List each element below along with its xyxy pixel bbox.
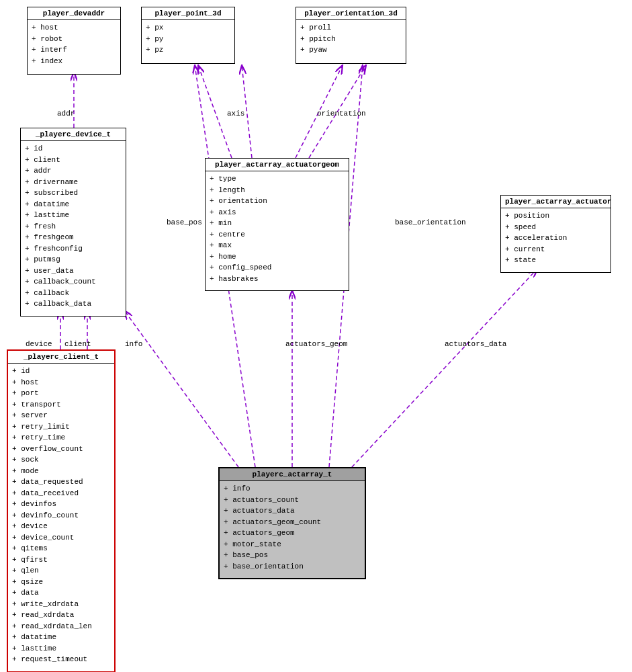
- axis-label: axis: [227, 110, 244, 118]
- field: + state: [505, 255, 606, 266]
- orientation-label: orientation: [317, 110, 366, 118]
- field: + actuators_geom_count: [224, 517, 361, 528]
- field: + position: [505, 210, 606, 222]
- diagram-container: player_devaddr + host + robot + interf +…: [0, 0, 632, 672]
- field: + pz: [146, 44, 230, 56]
- player-actarray-actuatorgeom-title: player_actarray_actuatorgeom: [206, 159, 349, 171]
- field: + subscribed: [25, 187, 122, 199]
- field: + device_count: [12, 532, 110, 544]
- field: + qlen: [12, 565, 110, 577]
- field: + devinfos: [12, 499, 110, 510]
- player-point-3d-box: player_point_3d + px + py + pz: [141, 7, 235, 64]
- playerc-device-t-box: _playerc_device_t + id + client + addr +…: [20, 128, 126, 317]
- base-orientation-label: base_orientation: [395, 218, 466, 226]
- player-actarray-actuator-title: player_actarray_actuator: [501, 196, 611, 208]
- field: + request_timeout: [12, 654, 110, 665]
- field: + pyaw: [300, 44, 402, 56]
- field: + base_orientation: [224, 561, 361, 573]
- field: + actuators_geom: [224, 528, 361, 539]
- playerc-client-t-box: _playerc_client_t + id + host + port + t…: [7, 349, 116, 672]
- playerc-actarray-t-title: playerc_actarray_t: [220, 468, 365, 481]
- field: + freshconfig: [25, 243, 122, 255]
- playerc-client-t-body: + id + host + port + transport + server …: [8, 364, 114, 667]
- field: + freshgeom: [25, 232, 122, 243]
- info-label: info: [125, 340, 142, 348]
- playerc-client-t-title: _playerc_client_t: [8, 351, 114, 364]
- field: + proll: [300, 22, 402, 34]
- field: + port: [12, 388, 110, 399]
- field: + ppitch: [300, 34, 402, 45]
- field: + qsize: [12, 577, 110, 588]
- field: + type: [210, 173, 345, 185]
- device-label: device: [26, 340, 52, 348]
- field: + id: [12, 366, 110, 377]
- field: + callback_data: [25, 298, 122, 310]
- svg-line-11: [124, 310, 238, 467]
- actuators-data-label: actuators_data: [445, 340, 506, 348]
- field: + server: [12, 410, 110, 421]
- playerc-actarray-t-box: playerc_actarray_t + info + actuators_co…: [218, 467, 366, 579]
- field: + base_pos: [224, 550, 361, 561]
- field: + putmsg: [25, 254, 122, 265]
- field: + device: [12, 521, 110, 532]
- field: + qfirst: [12, 554, 110, 566]
- field: + read_xdrdata: [12, 610, 110, 621]
- player-devaddr-box: player_devaddr + host + robot + interf +…: [27, 7, 121, 75]
- field: + length: [210, 185, 345, 196]
- field: + speed: [505, 222, 606, 233]
- player-point-3d-title: player_point_3d: [142, 7, 234, 20]
- field: + host: [32, 22, 116, 34]
- player-devaddr-title: player_devaddr: [28, 7, 120, 20]
- field: + datatime: [12, 632, 110, 643]
- field: + max: [210, 240, 345, 251]
- field: + data_received: [12, 488, 110, 499]
- field: + mode: [12, 466, 110, 477]
- playerc-actarray-t-body: + info + actuators_count + actuators_dat…: [220, 481, 365, 574]
- field: + orientation: [210, 196, 345, 207]
- field: + id: [25, 143, 122, 155]
- field: + client: [25, 155, 122, 166]
- field: + retry_time: [12, 432, 110, 444]
- field: + lasttime: [25, 210, 122, 221]
- field: + current: [505, 244, 606, 255]
- player-orientation-3d-box: player_orientation_3d + proll + ppitch +…: [296, 7, 406, 64]
- player-actarray-actuatorgeom-body: + type + length + orientation + axis + m…: [206, 171, 349, 286]
- field: + motor_state: [224, 539, 361, 550]
- player-orientation-3d-body: + proll + ppitch + pyaw: [296, 20, 406, 58]
- field: + index: [32, 56, 116, 67]
- field: + qitems: [12, 543, 110, 554]
- player-actarray-actuator-body: + position + speed + acceleration + curr…: [501, 208, 611, 268]
- playerc-device-t-title: _playerc_device_t: [21, 128, 126, 141]
- player-actarray-actuator-box: player_actarray_actuator + position + sp…: [500, 195, 611, 273]
- field: + px: [146, 22, 230, 34]
- field: + centre: [210, 229, 345, 241]
- field: + interf: [32, 44, 116, 56]
- client-label: client: [64, 340, 91, 348]
- field: + home: [210, 251, 345, 263]
- field: + read_xdrdata_len: [12, 621, 110, 632]
- field: + drivername: [25, 177, 122, 188]
- playerc-device-t-body: + id + client + addr + drivername + subs…: [21, 141, 126, 312]
- field: + info: [224, 483, 361, 495]
- field: + data: [12, 587, 110, 599]
- field: + py: [146, 34, 230, 45]
- svg-line-8: [343, 269, 537, 477]
- field: + sock: [12, 454, 110, 466]
- player-devaddr-body: + host + robot + interf + index: [28, 20, 120, 69]
- field: + fresh: [25, 221, 122, 233]
- field: + axis: [210, 207, 345, 218]
- field: + host: [12, 377, 110, 388]
- field: + devinfo_count: [12, 510, 110, 521]
- field: + write_xdrdata: [12, 599, 110, 610]
- field: + min: [210, 218, 345, 229]
- player-actarray-actuatorgeom-box: player_actarray_actuatorgeom + type + le…: [205, 158, 349, 291]
- player-orientation-3d-title: player_orientation_3d: [296, 7, 406, 20]
- field: + datatime: [25, 199, 122, 210]
- field: + config_speed: [210, 262, 345, 274]
- field: + robot: [32, 34, 116, 45]
- field: + user_data: [25, 265, 122, 277]
- field: + transport: [12, 399, 110, 411]
- addr-label: addr: [57, 110, 75, 118]
- actuators-geom-label: actuators_geom: [285, 340, 347, 348]
- field: + overflow_count: [12, 444, 110, 455]
